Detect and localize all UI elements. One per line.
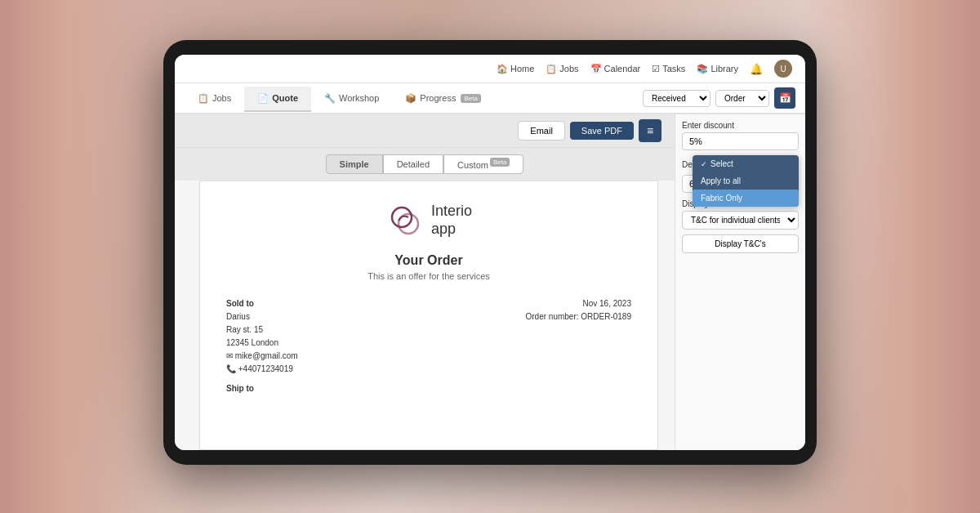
- nav-tasks-label: Tasks: [662, 64, 685, 74]
- jobs-nav-icon: 📋: [546, 64, 557, 74]
- doc-area: Email Save PDF ≡ Simple Detailed CustomB…: [175, 114, 675, 450]
- tab-quote-icon: 📄: [257, 93, 269, 104]
- home-icon: 🏠: [497, 64, 508, 74]
- discount-input-wrapper: ✓ Select Apply to all Fabric Only: [682, 132, 799, 150]
- discount-section: Enter discount ✓ Select Apply to all: [682, 121, 799, 150]
- email: ✉ mike@gmail.com: [226, 350, 298, 363]
- tab-jobs-icon: 📋: [198, 93, 209, 104]
- tablet-frame: 🏠 Home 📋 Jobs 📅 Calendar ☑ Tasks 📚 Libra…: [163, 40, 817, 465]
- tab-workshop[interactable]: 🔧 Workshop: [311, 87, 392, 112]
- nav-calendar[interactable]: 📅 Calendar: [590, 64, 641, 74]
- ship-to-label: Ship to: [226, 384, 631, 393]
- nav-jobs-label: Jobs: [559, 64, 578, 74]
- hamburger-icon: ≡: [647, 124, 653, 137]
- logo-line1: Interio: [431, 203, 472, 221]
- nav-home[interactable]: 🏠 Home: [497, 64, 534, 74]
- interio-logo-icon: [385, 201, 425, 240]
- tc-section: Display T&C's T&C for individual clients…: [682, 199, 799, 253]
- order-number: Order number: ORDER-0189: [526, 310, 632, 323]
- discount-label: Enter discount: [682, 121, 799, 130]
- save-pdf-button[interactable]: Save PDF: [570, 122, 634, 140]
- display-tc-button[interactable]: Display T&C's: [682, 234, 799, 253]
- custom-beta-badge: Beta: [490, 158, 510, 167]
- main-content: Email Save PDF ≡ Simple Detailed CustomB…: [175, 114, 805, 450]
- dropdown-apply-all-label: Apply to all: [701, 176, 741, 185]
- view-tab-simple[interactable]: Simple: [326, 154, 383, 174]
- nav-home-label: Home: [510, 64, 534, 74]
- dropdown-fabric-label: Fabric Only: [701, 194, 742, 203]
- right-panel: Enter discount ✓ Select Apply to all: [675, 114, 805, 450]
- avatar[interactable]: U: [774, 60, 792, 78]
- doc-toolbar-right: Email Save PDF ≡: [518, 119, 662, 142]
- tc-select[interactable]: T&C for individual clients T&C for busin…: [682, 211, 799, 230]
- avatar-initials: U: [780, 65, 786, 74]
- calendar-button[interactable]: 📅: [774, 87, 795, 109]
- view-tab-custom[interactable]: CustomBeta: [443, 154, 523, 174]
- doc-title: Your Order: [226, 253, 631, 268]
- customer-name: Darius: [226, 310, 298, 323]
- dropdown-select-label: Select: [710, 159, 733, 168]
- tab-workshop-label: Workshop: [339, 93, 379, 103]
- nav-library-label: Library: [710, 64, 738, 74]
- view-tabs: Simple Detailed CustomBeta: [175, 148, 675, 181]
- doc-logo: Interio app: [385, 201, 472, 240]
- doc-logo-area: Interio app: [226, 201, 631, 240]
- sold-to-label: Sold to: [226, 297, 298, 310]
- doc-preview: Interio app Your Order This is an offer …: [199, 181, 658, 450]
- tab-quote-label: Quote: [272, 93, 298, 103]
- dropdown-item-fabric-only[interactable]: Fabric Only: [693, 190, 799, 207]
- dropdown-item-select[interactable]: ✓ Select: [693, 155, 799, 172]
- address-line2: 12345 London: [226, 337, 298, 350]
- nav-calendar-label: Calendar: [604, 64, 641, 74]
- check-icon: ✓: [701, 160, 707, 168]
- status-select[interactable]: Received Pending Completed: [643, 90, 710, 107]
- doc-sold-to: Sold to Darius Ray st. 15 12345 London ✉…: [226, 297, 298, 376]
- tab-jobs-label: Jobs: [212, 93, 231, 103]
- logo-text: Interio app: [431, 203, 472, 238]
- tab-jobs[interactable]: 📋 Jobs: [185, 87, 244, 112]
- calendar-nav-icon: 📅: [590, 64, 602, 74]
- curtain-left: [0, 0, 163, 513]
- tab-quote[interactable]: 📄 Quote: [244, 87, 311, 112]
- library-nav-icon: 📚: [697, 64, 708, 74]
- tab-progress[interactable]: 📦 Progress Beta: [392, 87, 494, 112]
- phone: 📞 +44071234019: [226, 363, 298, 376]
- doc-toolbar: Email Save PDF ≡: [175, 114, 675, 148]
- discount-dropdown: ✓ Select Apply to all Fabric Only: [693, 155, 799, 207]
- tab-bar: 📋 Jobs 📄 Quote 🔧 Workshop 📦 Progress Bet…: [175, 83, 805, 114]
- tab-progress-label: Progress: [420, 93, 456, 103]
- tasks-nav-icon: ☑: [652, 64, 660, 74]
- order-date: Nov 16, 2023: [526, 297, 632, 310]
- email-button[interactable]: Email: [518, 121, 565, 141]
- view-tab-detailed[interactable]: Detailed: [383, 154, 443, 174]
- dropdown-item-apply-all[interactable]: Apply to all: [693, 172, 799, 190]
- tab-controls: Received Pending Completed Order Quote I…: [643, 87, 795, 109]
- tab-workshop-icon: 🔧: [324, 93, 336, 104]
- top-nav: 🏠 Home 📋 Jobs 📅 Calendar ☑ Tasks 📚 Libra…: [175, 55, 805, 83]
- progress-beta-badge: Beta: [461, 94, 480, 103]
- discount-input[interactable]: [682, 132, 799, 150]
- doc-info-row: Sold to Darius Ray st. 15 12345 London ✉…: [226, 297, 631, 376]
- tab-progress-icon: 📦: [405, 93, 416, 104]
- custom-tab-label: Custom: [457, 160, 488, 170]
- nav-library[interactable]: 📚 Library: [697, 64, 738, 74]
- doc-order-info: Nov 16, 2023 Order number: ORDER-0189: [526, 297, 632, 376]
- nav-jobs[interactable]: 📋 Jobs: [546, 64, 578, 74]
- type-select[interactable]: Order Quote Invoice: [715, 90, 769, 107]
- notification-bell[interactable]: 🔔: [750, 63, 763, 75]
- doc-subtitle: This is an offer for the services: [226, 271, 631, 281]
- tablet-screen: 🏠 Home 📋 Jobs 📅 Calendar ☑ Tasks 📚 Libra…: [175, 55, 805, 450]
- menu-button[interactable]: ≡: [639, 119, 662, 142]
- logo-line2: app: [431, 221, 472, 239]
- curtain-right: [800, 0, 980, 513]
- address-line1: Ray st. 15: [226, 323, 298, 337]
- nav-tasks[interactable]: ☑ Tasks: [652, 64, 685, 74]
